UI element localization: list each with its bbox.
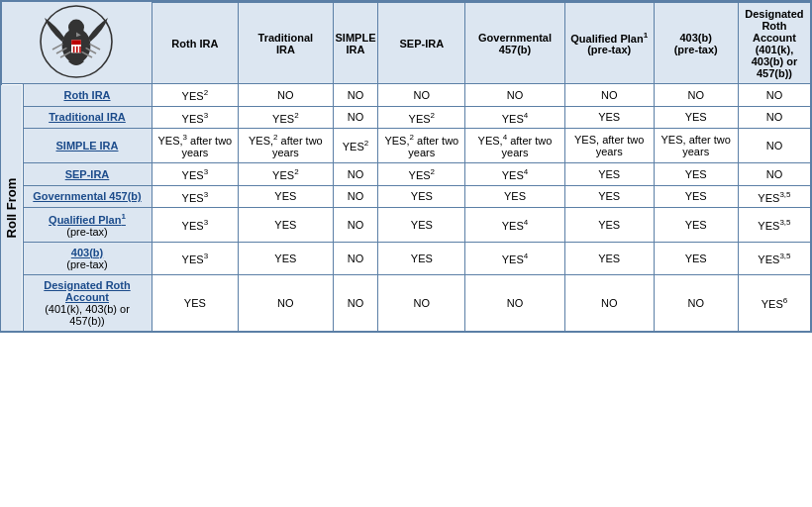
- cell-r1-c5: YES: [564, 106, 654, 129]
- table-row: Qualified Plan1(pre-tax)YES3YESNOYESYES4…: [1, 208, 811, 243]
- svg-rect-13: [73, 47, 75, 52]
- cell-r2-c4: YES,4 after two years: [465, 129, 565, 163]
- cell-r5-c4: YES4: [465, 208, 565, 243]
- cell-r2-c6: YES, after two years: [654, 129, 738, 163]
- cell-r7-c0: YES: [152, 274, 239, 332]
- svg-line-8: [90, 44, 100, 50]
- table-row: Designated Roth Account(401(k), 403(b) o…: [1, 274, 811, 332]
- row-link-5[interactable]: Qualified Plan1: [49, 214, 126, 226]
- cell-r7-c3: NO: [378, 274, 465, 332]
- cell-r2-c7: NO: [738, 129, 811, 163]
- cell-r6-c0: YES3: [152, 242, 239, 274]
- col-header-gov_457b: Governmental457(b): [465, 3, 565, 84]
- rollover-table: Roth IRATraditionalIRASIMPLEIRASEP-IRAGo…: [0, 0, 812, 333]
- cell-r5-c1: YES: [239, 208, 333, 243]
- table-row: SEP-IRAYES3YES2NOYES2YES4YESYESNO: [1, 162, 811, 185]
- cell-r4-c0: YES3: [152, 185, 239, 208]
- row-label-3[interactable]: SEP-IRA: [23, 162, 152, 185]
- table-row: SIMPLE IRAYES,3 after two yearsYES,2 aft…: [1, 129, 811, 163]
- cell-r1-c2: NO: [333, 106, 378, 129]
- table-row: Governmental 457(b)YES3YESNOYESYESYESYES…: [1, 185, 811, 208]
- cell-r3-c3: YES2: [378, 162, 465, 185]
- row-link-3[interactable]: SEP-IRA: [65, 168, 110, 180]
- col-header-simple_ira: SIMPLEIRA: [333, 3, 378, 84]
- cell-r3-c5: YES: [564, 162, 654, 185]
- row-label-4[interactable]: Governmental 457(b): [23, 185, 152, 208]
- cell-r0-c2: NO: [333, 84, 378, 107]
- cell-r5-c5: YES: [564, 208, 654, 243]
- cell-r4-c1: YES: [239, 185, 333, 208]
- row-link-2[interactable]: SIMPLE IRA: [56, 140, 119, 152]
- roll-from-label: Roll From: [1, 84, 23, 332]
- row-label-5[interactable]: Qualified Plan1(pre-tax): [23, 208, 152, 243]
- cell-r5-c7: YES3,5: [738, 208, 811, 243]
- cell-r3-c6: YES: [654, 162, 738, 185]
- cell-r3-c1: YES2: [239, 162, 333, 185]
- svg-rect-15: [79, 47, 81, 52]
- cell-r0-c1: NO: [239, 84, 333, 107]
- row-link-6[interactable]: 403(b): [71, 247, 103, 258]
- cell-r1-c0: YES3: [152, 106, 239, 129]
- cell-r1-c6: YES: [654, 106, 738, 129]
- cell-r0-c3: NO: [378, 84, 465, 107]
- row-link-4[interactable]: Governmental 457(b): [33, 190, 141, 202]
- row-link-7[interactable]: Designated Roth Account: [44, 279, 130, 303]
- cell-r5-c6: YES: [654, 208, 738, 243]
- col-header-traditional_ira: TraditionalIRA: [239, 3, 333, 84]
- cell-r2-c3: YES,2 after two years: [378, 129, 465, 163]
- cell-r6-c6: YES: [654, 242, 738, 274]
- row-label-0[interactable]: Roth IRA: [23, 84, 152, 107]
- cell-r2-c2: YES2: [333, 129, 378, 163]
- cell-r4-c2: NO: [333, 185, 378, 208]
- cell-r4-c3: YES: [378, 185, 465, 208]
- col-header-403b: 403(b)(pre-tax): [654, 3, 738, 84]
- table-row: Roll FromRoth IRAYES2NONONONONONONO: [1, 84, 811, 107]
- cell-r1-c7: NO: [738, 106, 811, 129]
- cell-r3-c4: YES4: [465, 162, 565, 185]
- cell-r4-c7: YES3,5: [738, 185, 811, 208]
- row-label-7[interactable]: Designated Roth Account(401(k), 403(b) o…: [23, 274, 152, 332]
- table-row: 403(b)(pre-tax)YES3YESNOYESYES4YESYESYES…: [1, 242, 811, 274]
- col-header-qualified_plan: Qualified Plan1(pre-tax): [564, 3, 654, 84]
- cell-r6-c7: YES3,5: [738, 242, 811, 274]
- cell-r6-c3: YES: [378, 242, 465, 274]
- irs-logo-icon: [37, 2, 116, 81]
- cell-r2-c0: YES,3 after two years: [152, 129, 239, 163]
- row-link-0[interactable]: Roth IRA: [63, 89, 110, 101]
- cell-r6-c1: YES: [239, 242, 333, 274]
- cell-r3-c0: YES3: [152, 162, 239, 185]
- col-header-designated_roth: DesignatedRoth Account(401(k),403(b) or4…: [738, 3, 811, 84]
- svg-rect-14: [76, 47, 78, 52]
- row-label-1[interactable]: Traditional IRA: [23, 106, 152, 129]
- cell-r4-c5: YES: [564, 185, 654, 208]
- cell-r3-c7: NO: [738, 162, 811, 185]
- svg-rect-11: [71, 40, 81, 45]
- logo-cell: [1, 1, 152, 84]
- cell-r4-c4: YES: [465, 185, 565, 208]
- row-label-2[interactable]: SIMPLE IRA: [23, 129, 152, 163]
- cell-r7-c4: NO: [465, 274, 565, 332]
- cell-r0-c7: NO: [738, 84, 811, 107]
- cell-r5-c3: YES: [378, 208, 465, 243]
- cell-r1-c1: YES2: [239, 106, 333, 129]
- cell-r6-c4: YES4: [465, 242, 565, 274]
- cell-r7-c6: NO: [654, 274, 738, 332]
- cell-r6-c5: YES: [564, 242, 654, 274]
- cell-r4-c6: YES: [654, 185, 738, 208]
- cell-r5-c2: NO: [333, 208, 378, 243]
- svg-line-5: [52, 44, 62, 50]
- row-link-1[interactable]: Traditional IRA: [49, 111, 126, 123]
- row-label-6[interactable]: 403(b)(pre-tax): [23, 242, 152, 274]
- table-body: Roll FromRoth IRAYES2NONONONONONONOTradi…: [1, 84, 811, 332]
- table-row: Traditional IRAYES3YES2NOYES2YES4YESYESN…: [1, 106, 811, 129]
- cell-r7-c2: NO: [333, 274, 378, 332]
- cell-r6-c2: NO: [333, 242, 378, 274]
- cell-r3-c2: NO: [333, 162, 378, 185]
- cell-r0-c6: NO: [654, 84, 738, 107]
- cell-r5-c0: YES3: [152, 208, 239, 243]
- cell-r0-c5: NO: [564, 84, 654, 107]
- col-header-roth_ira: Roth IRA: [152, 3, 239, 84]
- cell-r0-c0: YES2: [152, 84, 239, 107]
- cell-r1-c3: YES2: [378, 106, 465, 129]
- cell-r0-c4: NO: [465, 84, 565, 107]
